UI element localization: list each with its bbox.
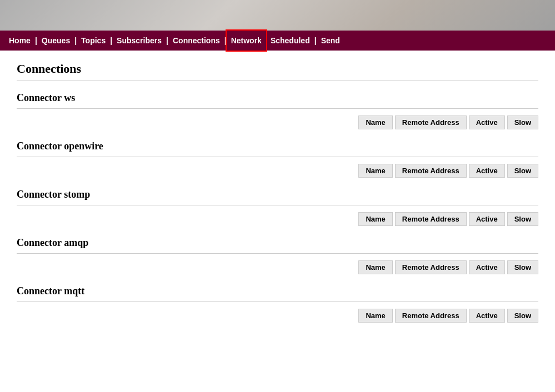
col-header-name-openwire[interactable]: Name <box>358 164 392 178</box>
col-header-active-ws[interactable]: Active <box>469 115 505 129</box>
connector-title-amqp: Connector amqp <box>17 237 538 249</box>
connector-title-ws: Connector ws <box>17 92 538 104</box>
connector-divider-stomp <box>17 205 538 205</box>
main-nav: Home | Queues | Topics | Subscribers | C… <box>0 31 555 51</box>
connector-table-header-openwire: Name Remote Address Active Slow <box>17 162 538 180</box>
nav-item-connections[interactable]: Connections <box>169 32 223 49</box>
connector-title-stomp: Connector stomp <box>17 189 538 200</box>
connector-section-ws: Connector ws Name Remote Address Active … <box>17 92 538 132</box>
nav-item-scheduled[interactable]: Scheduled <box>267 32 313 49</box>
nav-link-send[interactable]: Send <box>318 32 343 49</box>
nav-separator-4: | <box>165 36 169 45</box>
nav-separator-2: | <box>73 36 78 45</box>
col-header-slow-openwire[interactable]: Slow <box>507 164 538 178</box>
col-header-slow-amqp[interactable]: Slow <box>507 260 538 274</box>
col-header-slow-ws[interactable]: Slow <box>507 115 538 129</box>
nav-item-send[interactable]: Send <box>318 32 343 49</box>
col-header-active-openwire[interactable]: Active <box>469 164 505 178</box>
connector-title-openwire: Connector openwire <box>17 140 538 152</box>
connector-section-stomp: Connector stomp Name Remote Address Acti… <box>17 189 538 228</box>
nav-item-subscribers[interactable]: Subscribers <box>113 32 165 49</box>
connector-section-mqtt: Connector mqtt Name Remote Address Activ… <box>17 285 538 325</box>
col-header-slow-stomp[interactable]: Slow <box>507 212 538 226</box>
nav-link-queues[interactable]: Queues <box>38 32 73 49</box>
connector-table-header-mqtt: Name Remote Address Active Slow <box>17 306 538 325</box>
col-header-remote-ws[interactable]: Remote Address <box>395 115 467 129</box>
connector-section-amqp: Connector amqp Name Remote Address Activ… <box>17 237 538 277</box>
page-title: Connections <box>17 62 538 76</box>
col-header-name-stomp[interactable]: Name <box>358 212 392 226</box>
main-content: Connections Connector ws Name Remote Add… <box>0 51 555 341</box>
connector-table-header-stomp: Name Remote Address Active Slow <box>17 210 538 228</box>
connector-table-header-ws: Name Remote Address Active Slow <box>17 113 538 132</box>
nav-separator-7: | <box>313 36 318 45</box>
nav-link-topics[interactable]: Topics <box>78 32 109 49</box>
col-header-name-amqp[interactable]: Name <box>358 260 392 274</box>
nav-link-subscribers[interactable]: Subscribers <box>113 32 165 49</box>
nav-item-topics[interactable]: Topics <box>78 32 109 49</box>
nav-item-queues[interactable]: Queues <box>38 32 73 49</box>
col-header-name-ws[interactable]: Name <box>358 115 392 129</box>
col-header-active-mqtt[interactable]: Active <box>469 309 505 323</box>
connector-title-mqtt: Connector mqtt <box>17 285 538 297</box>
col-header-active-stomp[interactable]: Active <box>469 212 505 226</box>
nav-item-network[interactable]: Network <box>228 32 265 49</box>
col-header-remote-mqtt[interactable]: Remote Address <box>395 309 467 323</box>
col-header-remote-amqp[interactable]: Remote Address <box>395 260 467 274</box>
nav-link-connections[interactable]: Connections <box>169 32 223 49</box>
nav-link-scheduled[interactable]: Scheduled <box>267 32 313 49</box>
connector-divider-mqtt <box>17 301 538 302</box>
nav-separator-1: | <box>34 36 38 45</box>
connector-divider-ws <box>17 108 538 109</box>
nav-separator-5: | <box>223 36 228 45</box>
col-header-remote-openwire[interactable]: Remote Address <box>395 164 467 178</box>
connector-section-openwire: Connector openwire Name Remote Address A… <box>17 140 538 180</box>
nav-link-network[interactable]: Network <box>228 32 265 49</box>
title-divider <box>17 81 538 81</box>
col-header-name-mqtt[interactable]: Name <box>358 309 392 323</box>
header-image <box>0 0 555 31</box>
connector-divider-openwire <box>17 157 538 157</box>
nav-item-home[interactable]: Home <box>6 32 34 49</box>
col-header-slow-mqtt[interactable]: Slow <box>507 309 538 323</box>
nav-separator-3: | <box>109 36 113 45</box>
connector-divider-amqp <box>17 253 538 254</box>
col-header-remote-stomp[interactable]: Remote Address <box>395 212 467 226</box>
header-banner <box>0 0 555 31</box>
nav-link-home[interactable]: Home <box>6 32 34 49</box>
col-header-active-amqp[interactable]: Active <box>469 260 505 274</box>
connector-table-header-amqp: Name Remote Address Active Slow <box>17 258 538 277</box>
